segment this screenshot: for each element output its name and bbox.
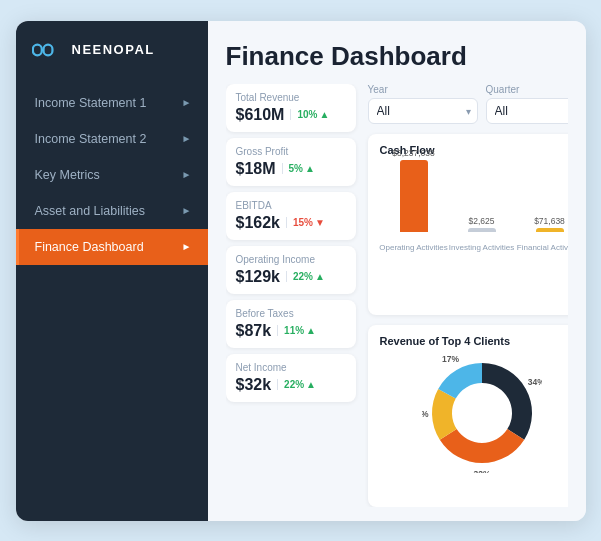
bar [536,228,564,232]
metric-badge: 5% [282,163,315,174]
filter-row: Year All 2022 2023 2024 Quarter [368,84,568,124]
year-filter-label: Year [368,84,478,95]
metric-value-row: $87k 11% [236,322,346,340]
bar-axis-label: Operating Activities [379,243,447,252]
svg-rect-0 [32,44,41,55]
donut-label-2: 17% [422,409,429,419]
donut-svg: 34%32%17%17% [422,353,542,473]
sidebar-item-label: Income Statement 1 [35,96,147,110]
main-content: Finance Dashboard Total Revenue $610M 10… [208,21,586,521]
bar-value-label: $2,625 [469,216,495,226]
chevron-right-icon: ► [182,97,192,108]
bar-axis-label: Investing Activities [449,243,514,252]
sidebar-navigation: Income Statement 1 ► Income Statement 2 … [16,85,208,265]
metric-card-3: Operating Income $129k 22% [226,246,356,294]
bar-group-2: $71,638Financial Activities [516,216,568,252]
neenopal-logo-icon [32,39,64,61]
metric-card-4: Before Taxes $87k 11% [226,300,356,348]
sidebar-logo-text: NEENOPAL [72,42,155,57]
quarter-filter-label: Quarter [486,84,568,95]
down-arrow-icon [315,217,325,228]
bar-group-0: $3,237,638Operating Activities [380,148,448,252]
metric-value-row: $162k 15% [236,214,346,232]
year-select-wrap[interactable]: All 2022 2023 2024 [368,98,478,124]
bar-value-label: $71,638 [534,216,565,226]
chevron-right-icon: ► [182,241,192,252]
metric-value: $129k [236,268,281,286]
metric-value: $32k [236,376,272,394]
metric-value-row: $18M 5% [236,160,346,178]
up-arrow-icon [306,379,316,390]
year-select[interactable]: All 2022 2023 2024 [368,98,478,124]
metric-value-row: $129k 22% [236,268,346,286]
content-grid: Total Revenue $610M 10% Gross Profit $18… [226,84,568,507]
year-filter-group: Year All 2022 2023 2024 [368,84,478,124]
sidebar-item-label: Key Metrics [35,168,100,182]
bar-value-label: $3,237,638 [392,148,435,158]
donut-segment-0 [482,363,532,440]
bar [400,160,428,232]
up-arrow-icon [315,271,325,282]
quarter-select-wrap[interactable]: All Q1 Q2 Q3 Q4 [486,98,568,124]
sidebar-item-label: Finance Dashboard [35,240,144,254]
metric-badge: 10% [290,109,329,120]
sidebar-item-label: Asset and Liabilities [35,204,145,218]
sidebar-logo: NEENOPAL [16,21,208,77]
metric-value-row: $32k 22% [236,376,346,394]
chevron-right-icon: ► [182,169,192,180]
sidebar-item-income-statement-1[interactable]: Income Statement 1 ► [16,85,208,121]
metric-value: $18M [236,160,276,178]
metric-value-row: $610M 10% [236,106,346,124]
page-title: Finance Dashboard [226,41,568,72]
up-arrow-icon [319,109,329,120]
chevron-right-icon: ► [182,205,192,216]
metric-value: $87k [236,322,272,340]
top-clients-title: Revenue of Top 4 Clients [380,335,568,347]
metric-label: Operating Income [236,254,346,265]
metric-card-5: Net Income $32k 22% [226,354,356,402]
charts-column: Year All 2022 2023 2024 Quarter [368,84,568,507]
chevron-right-icon: ► [182,133,192,144]
metric-badge: 22% [286,271,325,282]
metric-label: Net Income [236,362,346,373]
metric-value: $162k [236,214,281,232]
metric-badge: 15% [286,217,325,228]
donut-label-0: 34% [527,377,541,387]
metric-badge: 22% [277,379,316,390]
metric-label: Gross Profit [236,146,346,157]
sidebar-item-finance-dashboard[interactable]: Finance Dashboard ► [16,229,208,265]
up-arrow-icon [306,325,316,336]
sidebar-item-asset-liabilities[interactable]: Asset and Liabilities ► [16,193,208,229]
metric-card-0: Total Revenue $610M 10% [226,84,356,132]
metric-value: $610M [236,106,285,124]
bar-axis-label: Financial Activities [517,243,568,252]
up-arrow-icon [305,163,315,174]
quarter-select[interactable]: All Q1 Q2 Q3 Q4 [486,98,568,124]
metric-card-2: EBITDA $162k 15% [226,192,356,240]
metric-label: EBITDA [236,200,346,211]
sidebar-item-label: Income Statement 2 [35,132,147,146]
metric-label: Before Taxes [236,308,346,319]
bar-group-1: $2,625Investing Activities [448,216,516,252]
cash-flow-chart: $3,237,638Operating Activities$2,625Inve… [380,162,568,272]
donut-label-3: 17% [441,354,458,364]
quarter-filter-group: Quarter All Q1 Q2 Q3 Q4 [486,84,568,124]
donut-label-1: 32% [473,469,490,473]
metric-card-1: Gross Profit $18M 5% [226,138,356,186]
metric-badge: 11% [277,325,316,336]
bar [468,228,496,232]
sidebar-item-key-metrics[interactable]: Key Metrics ► [16,157,208,193]
donut-segment-1 [439,429,523,463]
metric-label: Total Revenue [236,92,346,103]
app-container: NEENOPAL Income Statement 1 ► Income Sta… [16,21,586,521]
top-clients-card: Revenue of Top 4 Clients 34%32%17%17% [368,325,568,507]
sidebar: NEENOPAL Income Statement 1 ► Income Sta… [16,21,208,521]
metrics-column: Total Revenue $610M 10% Gross Profit $18… [226,84,356,507]
svg-rect-1 [43,44,52,55]
cash-flow-chart-card: Cash Flow $3,237,638Operating Activities… [368,134,568,316]
sidebar-item-income-statement-2[interactable]: Income Statement 2 ► [16,121,208,157]
donut-chart-area: 34%32%17%17% [380,353,568,473]
